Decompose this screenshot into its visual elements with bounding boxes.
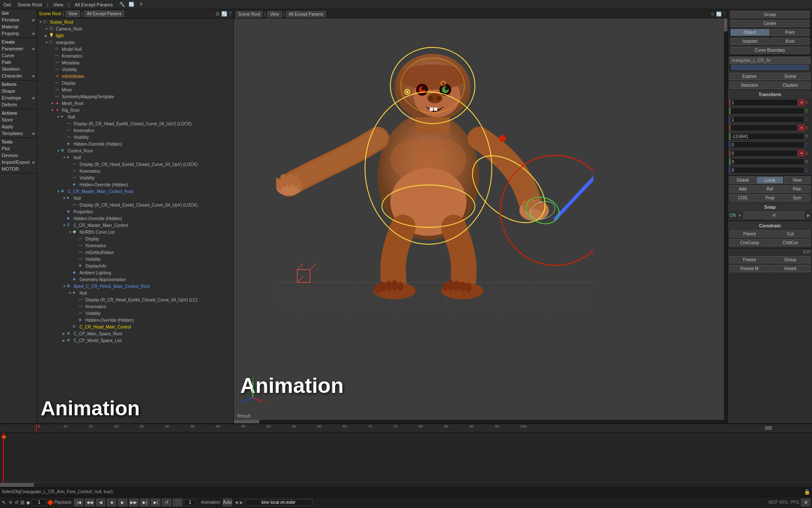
tree-node-kinematics-3[interactable]: — Kinematics (37, 168, 233, 174)
tree-node-kinematics-2[interactable]: — Kinematics (37, 127, 233, 134)
viewport-scene-root[interactable]: Scene Root (236, 11, 263, 17)
freeze-button[interactable]: Freeze (730, 256, 770, 263)
time-marker[interactable] (3, 433, 4, 483)
sym-button[interactable]: Sym (784, 194, 810, 202)
selection-button[interactable]: Selection (730, 82, 770, 89)
jump-end-btn[interactable]: ▶| (151, 499, 160, 506)
center-button[interactable]: Center (730, 20, 809, 27)
help-btn[interactable]: ? (138, 2, 144, 7)
tree-node-display-lc[interactable]: — Display (R_CR_Head_Eyelid_Closed_Curve… (37, 296, 233, 303)
tree-node-master-control[interactable]: ▼ © C_CR_Master_Main_Control (37, 222, 233, 229)
viewport-vscrollbar[interactable] (724, 19, 727, 423)
inmed-button[interactable]: Inmed (771, 265, 811, 272)
local-button[interactable]: Local (757, 177, 783, 184)
tree-node-null-2[interactable]: ▼ ● Null (37, 154, 233, 161)
templates-button[interactable]: Templates▶ (0, 130, 37, 137)
transform-input-2y[interactable] (730, 133, 804, 140)
tree-node-visibility-4[interactable]: — Visibility (37, 256, 233, 262)
import-export-button[interactable]: Import/Export▶ (0, 159, 37, 166)
timeline-playhead[interactable] (36, 424, 37, 432)
tree-node-hidden-override-4[interactable]: ◈ Hidden-Override (Hidden) (37, 317, 233, 323)
tree-node-null-3[interactable]: ▼ ● Null (37, 195, 233, 202)
tree-node-kinematics-1[interactable]: — Kinematics (37, 52, 233, 59)
auto-key-btn[interactable]: ⬛ (173, 499, 182, 506)
tree-node-hidden-override-2[interactable]: ◈ Hidden-Override (Hidden) (37, 181, 233, 188)
stop-btn[interactable]: ■ (107, 499, 116, 506)
tree-node-visibility-5[interactable]: — Visibility (37, 310, 233, 317)
deform-button[interactable]: Deform (0, 101, 37, 108)
store-button[interactable]: Store (0, 116, 37, 123)
tree-node-master-control-root[interactable]: ▼ ⊕ C_CR_Master_Main_Control_Root (37, 188, 233, 195)
envelope-button[interactable]: Envelope▶ (0, 94, 37, 101)
transform-input-3z[interactable] (730, 167, 804, 174)
isopoint-button[interactable]: Isopoint (730, 38, 770, 45)
cns-comp-button[interactable]: CnsComp (730, 239, 770, 246)
material-button[interactable]: Material (0, 23, 37, 30)
transform-input-1z[interactable] (730, 116, 804, 123)
skeleton-button[interactable]: Skeleton (0, 66, 37, 72)
close-x-btn-3[interactable]: ✕ (798, 150, 804, 156)
tree-node-display-2[interactable]: — Display (37, 235, 233, 242)
tree-node-visibility-1[interactable]: — Visibility (37, 66, 233, 73)
global-button[interactable]: Global (730, 177, 756, 184)
prev-frame-btn[interactable]: ◀ (96, 499, 105, 506)
chld-cor-button[interactable]: ChldCor (771, 239, 811, 246)
tree-node-light[interactable]: ▶ 💡 light (37, 32, 233, 39)
snap-refresh-btn[interactable]: ↺ (743, 212, 804, 219)
cog-button[interactable]: COG (730, 194, 756, 202)
tree-node-world-space[interactable]: ▶ ⊕ C_CP_World_Space_List (37, 337, 233, 344)
select-icon[interactable]: ↖ (2, 499, 7, 506)
tree-node-kinematics-4[interactable]: — Kinematics (37, 242, 233, 249)
viewport-hscroll-thumb[interactable] (234, 420, 259, 423)
frame-count-input[interactable] (184, 499, 196, 506)
tree-node-mlinfo[interactable]: 🔺 mlInfoNotes (37, 73, 233, 80)
filter-toolbar-btn[interactable]: All Except Params (84, 11, 124, 17)
tree-node-pelvis-root[interactable]: ▼ ⊕ Bped_C_CR_Pelvis_Main_Control_Root (37, 283, 233, 290)
tree-node-properties[interactable]: ◈ Properties (37, 208, 233, 215)
tree-node-hidden-override-3[interactable]: ◈ Hidden-Override (Hidden) (37, 215, 233, 222)
curve-boundary-button[interactable]: Curve Boundary (730, 47, 809, 54)
plot-button[interactable]: Plot (0, 145, 37, 152)
freeze-m-button[interactable]: Freeze M (730, 265, 770, 272)
scene-root-label[interactable]: Scene Root (16, 2, 44, 7)
next-frame-btn[interactable]: ▶▶ (129, 499, 138, 506)
timeline-track[interactable] (0, 433, 812, 483)
viewport[interactable]: Scene Root | View | All Except Params ⚙ … (234, 9, 727, 423)
tree-node-display-1[interactable]: — Display (37, 80, 233, 86)
cut-button[interactable]: Cut (771, 230, 811, 237)
tree-node-symmetry[interactable]: — SymmetryMappingTemplate (37, 93, 233, 100)
tree-node-visibility-3[interactable]: — Visibility (37, 174, 233, 181)
color-swatch[interactable] (731, 65, 809, 70)
rotate-icon[interactable]: ↺ (14, 500, 19, 505)
viewport-vscroll-thumb[interactable] (724, 19, 727, 31)
scale-icon[interactable]: ⊞ (20, 500, 25, 505)
plan-button[interactable]: Plan (784, 185, 810, 193)
ref-button[interactable]: Ref (757, 185, 783, 193)
tree-node-ambient[interactable]: ◈ Ambient Lighting (37, 269, 233, 276)
tree-node-metadata[interactable]: — Metadata (37, 59, 233, 66)
tree-node-displayinfo[interactable]: ◈ DisplayInfo (37, 262, 233, 269)
transform-input-3y[interactable] (730, 158, 804, 165)
tree-node-model-null[interactable]: ◇ Model Null (37, 46, 233, 52)
play-btn[interactable]: ▶ (118, 499, 127, 506)
path-button[interactable]: Path (0, 59, 37, 66)
add-button[interactable]: Add (730, 185, 756, 193)
keyframe-icon[interactable]: ◆ (26, 500, 30, 505)
tree-node-geoapprox[interactable]: ◈ Geometry Approximation (37, 276, 233, 283)
tree-node-control-root[interactable]: ▼ ⊕ Control_Root (37, 147, 233, 154)
get-menu[interactable]: Get (2, 2, 13, 7)
anim-params-input[interactable] (245, 499, 313, 506)
tree-node-mesh-root[interactable]: ▼ 🔺 Mesh_Root (37, 100, 233, 107)
motor-button[interactable]: MOTOR (0, 166, 37, 172)
group-button[interactable]: Group (730, 11, 809, 18)
explore-button[interactable]: Explore (730, 73, 770, 80)
tree-node-ml-default[interactable]: — mlDefaultValue (37, 249, 233, 256)
tree-node-orangutan[interactable]: ▼ ⬡ orangutan (37, 39, 233, 46)
settings-btn[interactable]: ⚙ (801, 499, 810, 506)
view-coord-button[interactable]: View (784, 177, 810, 184)
loop-btn[interactable]: ↺ (162, 499, 171, 506)
timeline-hscroll-thumb[interactable] (0, 483, 34, 487)
tree-node-display-locked-3[interactable]: — Display (R_CR_Head_Eyelid_Closed_Curve… (37, 202, 233, 208)
transform-input-2z[interactable] (730, 141, 804, 148)
character-button[interactable]: Character▶ (0, 72, 37, 79)
